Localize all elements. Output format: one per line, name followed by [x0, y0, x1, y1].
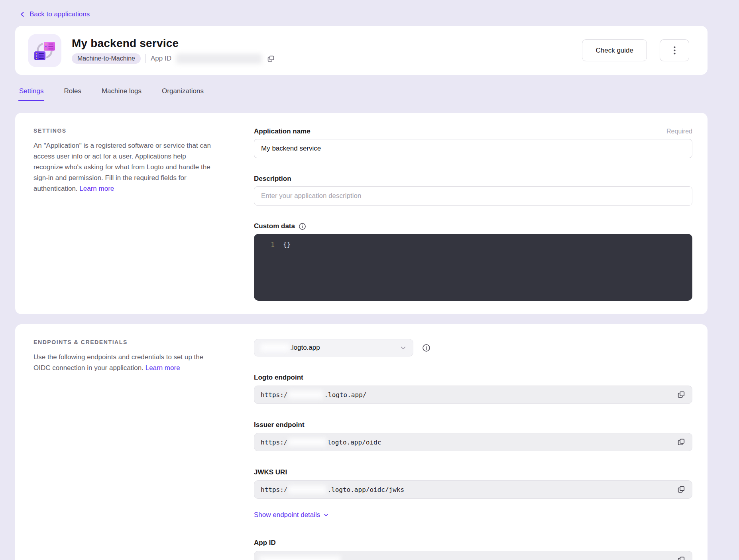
logto-endpoint-label: Logto endpoint	[254, 374, 692, 382]
description-field: Description	[254, 175, 692, 206]
app-id-label: App ID	[151, 55, 171, 63]
app-header-card: My backend service Machine-to-Machine Ap…	[15, 26, 708, 75]
application-name-input[interactable]	[254, 139, 692, 158]
chevron-down-icon	[400, 345, 407, 351]
settings-card: SETTINGS An "Application" is a registere…	[15, 113, 708, 314]
settings-intro-column: SETTINGS An "Application" is a registere…	[33, 127, 217, 301]
endpoints-description: Use the following endpoints and credenti…	[33, 352, 217, 373]
copy-icon	[678, 439, 685, 446]
back-link-label: Back to applications	[29, 10, 90, 18]
copy-app-id-field-button[interactable]	[677, 556, 686, 560]
endpoints-credentials-card: ENDPOINTS & CREDENTIALS Use the followin…	[15, 324, 708, 560]
app-id-field-label: App ID	[254, 539, 692, 547]
domain-info-icon[interactable]	[422, 344, 430, 352]
jwks-uri-prefix: https:/	[261, 486, 287, 493]
editor-line-number: 1	[254, 241, 275, 248]
app-id-value-redacted	[176, 54, 262, 64]
copy-icon	[267, 55, 274, 62]
tab-organizations[interactable]: Organizations	[161, 87, 204, 101]
chevron-down-small-icon	[323, 512, 329, 518]
app-id-readonly-field	[254, 551, 692, 560]
copy-logto-endpoint-button[interactable]	[677, 390, 686, 399]
app-detail-tabs: Settings Roles Machine logs Organization…	[15, 87, 708, 101]
copy-issuer-endpoint-button[interactable]	[677, 438, 686, 446]
description-input[interactable]	[254, 186, 692, 206]
jwks-uri-field: JWKS URI https:/ .logto.app/oidc/jwks	[254, 468, 692, 499]
check-guide-button[interactable]: Check guide	[582, 39, 647, 61]
logto-endpoint-redacted	[288, 390, 323, 399]
jwks-uri-value: https:/ .logto.app/oidc/jwks	[254, 480, 692, 499]
custom-data-label: Custom data	[254, 222, 295, 230]
domain-select-value: .logto.app	[290, 344, 400, 352]
meta-divider	[145, 54, 146, 63]
settings-form-column: Application name Required Description Cu…	[254, 127, 692, 301]
back-to-applications-link[interactable]: Back to applications	[19, 10, 90, 18]
editor-content: {}	[283, 241, 291, 248]
issuer-endpoint-suffix: logto.app/oidc	[327, 439, 381, 446]
copy-icon	[678, 391, 685, 398]
required-indicator: Required	[666, 128, 692, 135]
endpoints-form-column: .logto.app Logto endpoint https:/ .logto…	[254, 339, 692, 560]
domain-select[interactable]: .logto.app	[254, 339, 413, 356]
more-actions-button[interactable]	[660, 39, 689, 61]
tab-settings[interactable]: Settings	[18, 87, 44, 101]
custom-data-editor[interactable]: 1 {}	[254, 234, 692, 301]
application-name-label: Application name	[254, 127, 311, 135]
tab-roles[interactable]: Roles	[63, 87, 82, 101]
endpoints-intro-column: ENDPOINTS & CREDENTIALS Use the followin…	[33, 339, 217, 560]
app-meta-row: Machine-to-Machine App ID	[72, 53, 582, 64]
show-endpoint-details-label: Show endpoint details	[254, 511, 320, 519]
copy-icon	[678, 556, 685, 560]
tab-settings-label: Settings	[19, 87, 43, 95]
jwks-uri-redacted	[288, 485, 326, 494]
endpoints-learn-more-link[interactable]: Learn more	[145, 364, 180, 372]
settings-heading: SETTINGS	[33, 127, 217, 134]
logto-endpoint-value: https:/ .logto.app/	[254, 386, 692, 404]
copy-icon	[678, 486, 685, 493]
logto-endpoint-suffix: .logto.app/	[324, 391, 366, 399]
show-endpoint-details-link[interactable]: Show endpoint details	[254, 511, 329, 519]
app-title: My backend service	[72, 37, 582, 50]
endpoints-heading: ENDPOINTS & CREDENTIALS	[33, 339, 217, 345]
issuer-endpoint-prefix: https:/	[261, 439, 287, 446]
issuer-endpoint-label: Issuer endpoint	[254, 421, 692, 429]
machine-to-machine-app-icon	[28, 34, 61, 67]
app-header-info: My backend service Machine-to-Machine Ap…	[72, 37, 582, 64]
settings-description-text: An "Application" is a registered softwar…	[33, 142, 211, 192]
app-type-badge: Machine-to-Machine	[72, 53, 141, 64]
header-actions: Check guide	[582, 39, 689, 61]
info-icon[interactable]	[299, 223, 306, 230]
description-label: Description	[254, 175, 291, 183]
logto-endpoint-field: Logto endpoint https:/ .logto.app/	[254, 374, 692, 404]
kebab-menu-icon	[674, 46, 676, 55]
application-name-field: Application name Required	[254, 127, 692, 158]
jwks-uri-label: JWKS URI	[254, 468, 692, 476]
application-detail-page: Back to applications	[0, 0, 739, 560]
domain-redacted	[261, 344, 289, 352]
copy-jwks-uri-button[interactable]	[677, 485, 686, 494]
settings-description: An "Application" is a registered softwar…	[33, 140, 217, 194]
tab-machine-logs-label: Machine logs	[102, 87, 142, 95]
chevron-left-icon	[19, 11, 26, 18]
app-id-field-group: App ID	[254, 539, 692, 560]
issuer-endpoint-field: Issuer endpoint https:/ logto.app/oidc	[254, 421, 692, 451]
logto-endpoint-prefix: https:/	[261, 391, 287, 399]
domain-row: .logto.app	[254, 339, 692, 356]
settings-learn-more-link[interactable]: Learn more	[79, 185, 114, 192]
copy-app-id-button[interactable]	[267, 55, 275, 63]
tab-machine-logs[interactable]: Machine logs	[101, 87, 142, 101]
issuer-endpoint-redacted	[288, 438, 326, 446]
app-id-field-redacted	[259, 556, 341, 560]
issuer-endpoint-value: https:/ logto.app/oidc	[254, 433, 692, 451]
tab-roles-label: Roles	[64, 87, 81, 95]
jwks-uri-suffix: .logto.app/oidc/jwks	[327, 486, 404, 493]
custom-data-field: Custom data 1 {}	[254, 222, 692, 301]
tab-organizations-label: Organizations	[162, 87, 204, 95]
